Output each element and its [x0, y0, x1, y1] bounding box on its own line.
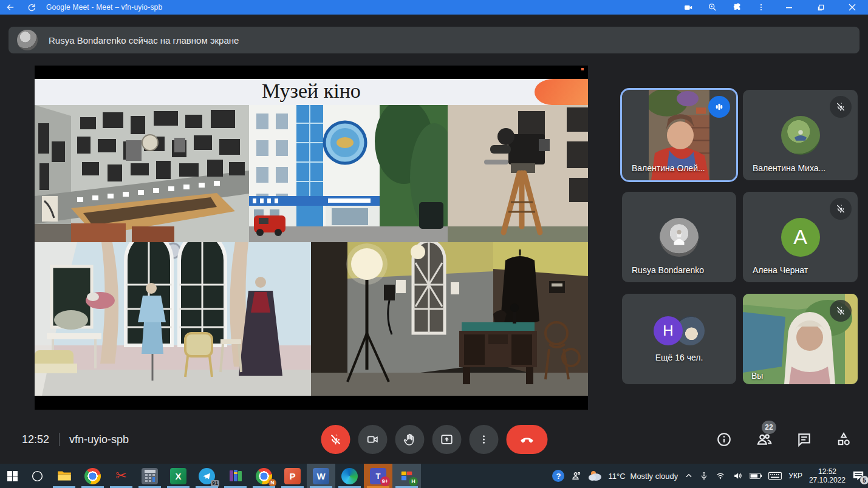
taskbar-edge[interactable]	[335, 464, 364, 488]
taskbar-snipping-tool[interactable]: ✂	[107, 464, 135, 488]
camera-toggle-button[interactable]	[358, 425, 387, 454]
participant-name: Вы	[751, 371, 763, 381]
chat-button[interactable]	[796, 432, 812, 447]
mic-toggle-button[interactable]	[321, 425, 350, 454]
participant-tile-rusya[interactable]: Rusya Bondarenko	[622, 192, 736, 282]
battery-icon[interactable]	[750, 472, 762, 480]
taskbar-excel[interactable]: X	[164, 464, 193, 488]
back-icon[interactable]	[0, 0, 21, 15]
participant-grid: Валентина Олей... Валентина Миха... Rusy…	[622, 90, 858, 384]
minimize-button[interactable]	[773, 0, 805, 15]
taskbar-calculator[interactable]	[135, 464, 164, 488]
shared-screen-presentation[interactable]: Музей кіно	[35, 66, 588, 410]
participant-name: Валентина Миха...	[753, 163, 825, 173]
participant-count-badge: 22	[762, 421, 776, 434]
participant-name: Алена Чернат	[753, 265, 808, 275]
mic-off-icon	[830, 300, 852, 322]
participant-photo-avatar	[781, 116, 820, 155]
tray-time-value: 12:52	[809, 467, 846, 476]
tray-chevron-icon[interactable]	[685, 472, 693, 480]
participant-tile-valentina-oley[interactable]: Валентина Олей...	[622, 90, 736, 180]
self-person	[784, 312, 835, 384]
help-icon[interactable]: ?	[552, 470, 564, 482]
participant-name: Rusya Bondarenko	[632, 265, 704, 275]
participant-tile-alena[interactable]: А Алена Чернат	[743, 192, 858, 282]
chrome-profile-badge: N	[268, 479, 276, 487]
tray-clock[interactable]: 12:52 27.10.2022	[809, 467, 846, 484]
touch-keyboard-icon[interactable]	[768, 472, 782, 480]
meeting-clock: 12:52	[22, 433, 49, 446]
presenting-notification: Rusya Bondarenko сейчас на главном экран…	[9, 27, 859, 53]
wifi-icon[interactable]	[715, 472, 726, 481]
google-meet-app: Rusya Bondarenko сейчас на главном экран…	[0, 15, 868, 464]
activities-button[interactable]	[835, 431, 852, 448]
refresh-icon[interactable]	[21, 0, 41, 15]
tray-date-value: 27.10.2022	[809, 476, 846, 484]
close-button[interactable]	[836, 0, 868, 15]
speaking-indicator-icon	[708, 96, 730, 118]
taskbar-powerpoint[interactable]: P	[278, 464, 307, 488]
participant-name: Валентина Олей...	[632, 163, 705, 173]
weather-temp: 11°C	[608, 472, 625, 481]
weather-widget[interactable]: 11°C Mostly cloudy	[589, 470, 678, 481]
presenter-avatar	[17, 30, 38, 50]
meet-control-bar: 12:52 vfn-uyio-spb	[0, 415, 868, 464]
action-center-badge: 5	[859, 475, 868, 485]
slide-photo-film-camera	[448, 105, 588, 242]
presenting-notification-text: Rusya Bondarenko сейчас на главном экран…	[49, 35, 239, 46]
overflow-count-label: Ещё 16 чел.	[655, 353, 703, 362]
people-tray-icon[interactable]	[571, 470, 582, 481]
overflow-letter-avatar: Н	[654, 316, 683, 345]
taskbar-winrar[interactable]	[221, 464, 250, 488]
slide-corner-accent	[581, 68, 584, 70]
taskbar-chrome-profile[interactable]: N	[250, 464, 278, 488]
maximize-button[interactable]	[805, 0, 836, 15]
divider	[59, 433, 60, 446]
sofa	[35, 350, 77, 373]
start-button[interactable]	[0, 464, 24, 488]
language-indicator[interactable]: УКР	[788, 472, 802, 480]
meet-h-badge: H	[409, 477, 418, 486]
taskbar-word[interactable]: W	[307, 464, 335, 488]
tray-microphone-icon[interactable]	[700, 471, 708, 481]
weather-text: Mostly cloudy	[630, 472, 678, 481]
participants-button[interactable]: 22	[755, 430, 773, 449]
extensions-icon[interactable]	[725, 0, 749, 15]
taskbar-telegram[interactable]: 91	[193, 464, 221, 488]
camera-permission-icon[interactable]	[676, 0, 700, 15]
browser-titlebar: Google Meet - Meet – vfn-uyio-spb	[0, 0, 868, 15]
meeting-details-button[interactable]	[716, 432, 732, 447]
present-screen-button[interactable]	[432, 425, 461, 454]
slide-title-strip: Музей кіно	[35, 79, 588, 105]
slide-photo-film-set	[311, 242, 588, 396]
meeting-code: vfn-uyio-spb	[69, 433, 129, 446]
participant-tile-overflow[interactable]: Н Ещё 16 чел.	[622, 294, 736, 384]
zoom-page-icon[interactable]	[700, 0, 725, 15]
cortana-search-button[interactable]	[24, 464, 50, 488]
action-center-icon[interactable]: 5	[852, 470, 864, 481]
more-options-button[interactable]	[469, 425, 498, 454]
slide-photo-museum-wall	[35, 105, 249, 242]
participant-tile-valentina-mikha[interactable]: Валентина Миха...	[743, 90, 858, 180]
participant-tile-you[interactable]: Вы	[743, 294, 858, 384]
slide-photo-costume-room	[35, 242, 311, 396]
hanging-coat	[501, 249, 539, 324]
participant-letter-avatar: А	[781, 218, 820, 257]
taskbar-file-explorer[interactable]	[50, 464, 78, 488]
system-tray: ? 11°C Mostly cloudy УКР 12:52 27.10.202…	[552, 464, 867, 488]
window-title: Google Meet - Meet – vfn-uyio-spb	[46, 3, 162, 12]
raise-hand-button[interactable]	[395, 425, 424, 454]
teams-badge: 9+	[380, 476, 390, 486]
leave-call-button[interactable]	[506, 425, 547, 454]
taskbar-chrome[interactable]	[78, 464, 107, 488]
telegram-badge: 91	[211, 480, 219, 487]
volume-icon[interactable]	[733, 471, 743, 481]
browser-menu-icon[interactable]	[749, 0, 773, 15]
slide-title: Музей кіно	[35, 80, 588, 103]
taskbar-teams[interactable]: T 9+	[364, 464, 392, 488]
participant-photo-avatar	[660, 218, 699, 257]
taskbar-google-meet[interactable]: H	[392, 464, 421, 488]
slide-photo-studio-building	[249, 105, 448, 242]
